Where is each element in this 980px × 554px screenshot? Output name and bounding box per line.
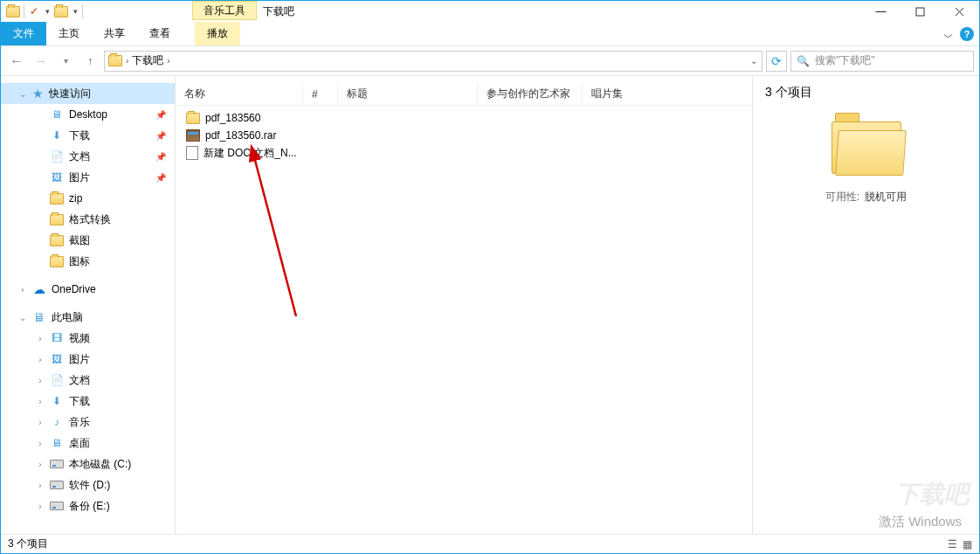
help-icon[interactable]: ?	[960, 27, 974, 41]
column-title[interactable]: 标题	[338, 83, 478, 105]
sidebar-item[interactable]: zip	[1, 188, 175, 209]
breadcrumb-separator-icon[interactable]: ›	[126, 56, 128, 66]
star-icon: ★	[32, 87, 44, 100]
sidebar-item-label: 桌面	[69, 436, 90, 451]
details-pane: 3 个项目 可用性: 脱机可用	[752, 76, 979, 534]
properties-icon[interactable]: ✓	[28, 5, 40, 17]
collapse-ribbon-icon[interactable]: ⌵	[943, 28, 953, 40]
expand-icon[interactable]: ›	[36, 334, 45, 343]
expand-icon[interactable]: ⌄	[18, 89, 27, 99]
expand-icon[interactable]: ›	[36, 502, 45, 511]
breadcrumb-segment[interactable]: 下载吧	[132, 53, 163, 68]
tab-view[interactable]: 查看	[137, 22, 183, 45]
sidebar-item[interactable]: › 🖥 桌面	[1, 433, 175, 454]
thumbnails-view-icon[interactable]: ▦	[963, 538, 972, 551]
sidebar-item[interactable]: 格式转换	[1, 209, 175, 230]
sidebar-item[interactable]: 截图	[1, 230, 175, 251]
properties-dropdown-icon[interactable]: ▾	[44, 7, 51, 16]
availability-value: 脱机可用	[865, 190, 907, 204]
qat-divider-2	[82, 4, 83, 18]
expand-icon[interactable]: ›	[36, 460, 45, 469]
sidebar-item[interactable]: › 📄 文档	[1, 370, 175, 391]
pin-icon: 📌	[155, 173, 166, 183]
maximize-button[interactable]	[901, 1, 940, 22]
file-row[interactable]: 新建 DOC 文档_N...	[176, 144, 752, 162]
sidebar-item-label: 视频	[69, 331, 90, 346]
file-row[interactable]: pdf_183560.rar	[176, 127, 752, 144]
expand-icon[interactable]: ›	[36, 481, 45, 490]
back-button[interactable]: ←	[6, 51, 27, 72]
sidebar-item[interactable]: 🖥 Desktop 📌	[1, 104, 175, 125]
search-placeholder: 搜索"下载吧"	[815, 53, 875, 68]
sidebar-item[interactable]: › 本地磁盘 (C:)	[1, 454, 175, 474]
app-folder-icon[interactable]	[6, 6, 20, 17]
sidebar-onedrive[interactable]: › ☁ OneDrive	[1, 279, 175, 300]
sidebar-item[interactable]: › 🎞 视频	[1, 328, 175, 349]
sidebar-item-label: 文档	[69, 373, 90, 388]
folder-preview-icon	[832, 121, 901, 174]
sidebar-item-label: 下载	[69, 128, 90, 143]
expand-icon[interactable]: ⌄	[18, 313, 27, 322]
file-list-area[interactable]: 名称 # 标题 参与创作的艺术家 唱片集 pdf_183560 pdf_1835…	[176, 76, 752, 534]
sidebar-item-label: 格式转换	[69, 212, 111, 227]
sidebar-item[interactable]: › 🖼 图片	[1, 349, 175, 370]
breadcrumb-separator-icon[interactable]: ›	[167, 56, 169, 66]
sidebar-item[interactable]: › 备份 (E:)	[1, 495, 175, 516]
up-button[interactable]: ↑	[79, 51, 100, 72]
details-view-icon[interactable]: ☰	[948, 538, 957, 551]
window-title: 下载吧	[263, 1, 294, 22]
search-icon: 🔍	[797, 55, 810, 67]
watermark-icon: 下载吧	[895, 478, 969, 511]
minimize-button[interactable]: —	[861, 1, 901, 22]
search-box[interactable]: 🔍 搜索"下载吧"	[790, 51, 974, 72]
file-row[interactable]: pdf_183560	[176, 109, 752, 127]
address-history-icon[interactable]: ⌄	[746, 56, 762, 66]
sidebar-item-label: zip	[69, 192, 82, 204]
sidebar-item-label: 图片	[69, 352, 90, 367]
svg-line-1	[956, 8, 963, 16]
sidebar-item[interactable]: 📄 文档 📌	[1, 146, 175, 167]
address-bar[interactable]: › 下载吧 › ⌄	[104, 51, 763, 72]
contextual-tab-label: 音乐工具	[192, 1, 257, 20]
tab-playback[interactable]: 播放	[195, 22, 240, 45]
expand-icon[interactable]: ›	[36, 418, 45, 427]
recent-locations-icon[interactable]: ▾	[55, 51, 76, 72]
sidebar-item-label: 备份 (E:)	[69, 499, 110, 514]
sidebar-item[interactable]: ⬇ 下载 📌	[1, 125, 175, 146]
expand-icon[interactable]: ›	[18, 285, 27, 294]
tab-file[interactable]: 文件	[1, 22, 46, 45]
expand-icon[interactable]: ›	[36, 355, 45, 364]
navigation-pane: ⌄ ★ 快速访问 🖥 Desktop 📌 ⬇ 下载 📌 📄 文档 📌 🖼 图片 …	[1, 76, 176, 534]
sidebar-item[interactable]: › 软件 (D:)	[1, 474, 175, 495]
sidebar-label: 此电脑	[52, 310, 83, 325]
sidebar-item[interactable]: 图标	[1, 251, 175, 272]
column-num[interactable]: #	[303, 83, 338, 105]
body: ⌄ ★ 快速访问 🖥 Desktop 📌 ⬇ 下载 📌 📄 文档 📌 🖼 图片 …	[1, 76, 979, 534]
qat-divider	[24, 4, 24, 18]
column-name[interactable]: 名称	[176, 83, 303, 105]
window-controls: —	[861, 1, 979, 22]
sidebar-item[interactable]: › ⬇ 下载	[1, 391, 175, 412]
column-artists[interactable]: 参与创作的艺术家	[478, 83, 583, 105]
column-album[interactable]: 唱片集	[583, 83, 687, 105]
sidebar-item-label: 音乐	[69, 415, 90, 430]
forward-button[interactable]: →	[31, 51, 52, 72]
cloud-icon: ☁	[32, 283, 46, 295]
svg-rect-0	[916, 8, 924, 16]
sidebar-item[interactable]: › ♪ 音乐	[1, 412, 175, 433]
expand-icon[interactable]: ›	[36, 376, 45, 385]
refresh-button[interactable]: ⟳	[766, 51, 787, 72]
close-button[interactable]	[940, 1, 979, 22]
new-folder-icon[interactable]	[54, 6, 68, 17]
sidebar-quick-access[interactable]: ⌄ ★ 快速访问	[1, 83, 175, 104]
tab-share[interactable]: 共享	[92, 22, 137, 45]
qat-customize-icon[interactable]: ▾	[72, 7, 79, 16]
sidebar-this-pc[interactable]: ⌄ 🖥 此电脑	[1, 307, 175, 328]
availability-label: 可用性:	[825, 190, 859, 204]
tab-home[interactable]: 主页	[46, 22, 92, 45]
sidebar-item-label: 本地磁盘 (C:)	[69, 457, 131, 472]
expand-icon[interactable]: ›	[36, 397, 45, 406]
expand-icon[interactable]: ›	[36, 439, 45, 448]
title-bar: ✓ ▾ ▾ 音乐工具 下载吧 —	[1, 1, 979, 22]
sidebar-item[interactable]: 🖼 图片 📌	[1, 167, 175, 188]
